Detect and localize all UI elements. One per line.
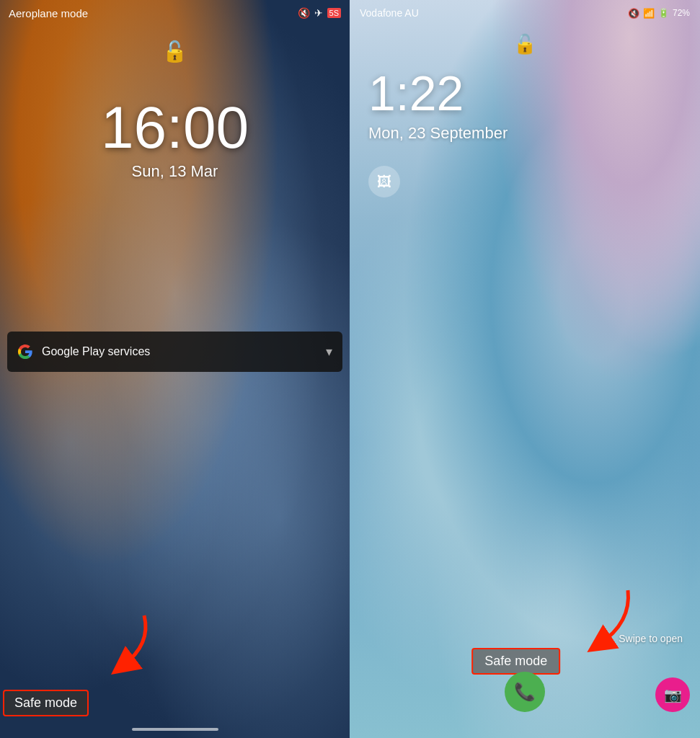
right-battery-percent: 72% xyxy=(673,8,690,18)
right-arrow-indicator xyxy=(570,587,635,659)
left-phone-panel: Aeroplane mode 🔇 ✈ 5S 🔓 16:00 Sun, 13 Ma… xyxy=(0,0,350,738)
right-lock-icon: 🔓 xyxy=(513,33,536,55)
google-play-services-bar[interactable]: Google Play services ▾ xyxy=(7,332,342,372)
airplane-icon: ✈ xyxy=(314,7,323,19)
left-date-display: Sun, 13 Mar xyxy=(0,162,350,181)
left-status-icons: 🔇 ✈ 5S xyxy=(298,7,341,19)
right-battery-icon: 🔋 xyxy=(658,8,669,18)
phone-app-icon[interactable]: 📞 xyxy=(505,672,545,712)
right-phone-panel: Vodafone AU 🔇 📶 🔋 72% 🔓 1:22 Mon, 23 Sep… xyxy=(350,0,700,738)
right-safe-mode-box: Safe mode xyxy=(471,648,560,675)
chevron-down-icon: ▾ xyxy=(326,344,332,360)
aeroplane-mode-label: Aeroplane mode xyxy=(9,7,88,19)
phone-icon: 📞 xyxy=(514,682,536,702)
left-safe-mode-label: Safe mode xyxy=(14,695,77,710)
left-time-display: 16:00 xyxy=(0,94,350,161)
right-safe-mode-label: Safe mode xyxy=(484,654,547,668)
right-widget-icon: 🖼 xyxy=(368,166,400,197)
left-home-indicator xyxy=(132,728,218,731)
right-mute-icon: 🔇 xyxy=(628,8,639,19)
carrier-label: Vodafone AU xyxy=(360,7,419,19)
right-status-bar: Vodafone AU 🔇 📶 🔋 72% xyxy=(350,0,700,26)
mute-icon: 🔇 xyxy=(298,7,310,19)
google-play-label: Google Play services xyxy=(42,345,326,358)
left-safe-mode-box: Safe mode xyxy=(3,690,89,716)
google-g-icon xyxy=(17,344,33,360)
right-time-display: 1:22 xyxy=(368,65,464,121)
right-date-display: Mon, 23 September xyxy=(368,124,508,143)
signal-icon: 5S xyxy=(327,8,341,18)
left-status-bar: Aeroplane mode 🔇 ✈ 5S xyxy=(0,0,350,26)
left-arrow-indicator xyxy=(101,608,159,680)
camera-icon: 📷 xyxy=(664,686,682,703)
camera-app-icon[interactable]: 📷 xyxy=(655,677,690,712)
image-widget-icon: 🖼 xyxy=(377,174,391,190)
right-status-icons: 🔇 📶 🔋 72% xyxy=(628,8,690,19)
right-signal-icon: 📶 xyxy=(643,8,655,19)
left-lock-icon: 🔓 xyxy=(162,40,187,63)
